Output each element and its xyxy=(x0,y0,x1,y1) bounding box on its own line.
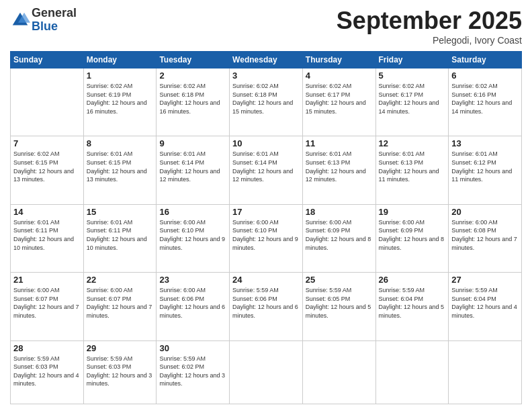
table-row: 9Sunrise: 6:01 AM Sunset: 6:14 PM Daylig… xyxy=(157,136,230,204)
col-saturday: Saturday xyxy=(449,52,522,68)
day-info: Sunrise: 5:59 AM Sunset: 6:04 PM Dayligh… xyxy=(451,286,519,320)
day-info: Sunrise: 6:01 AM Sunset: 6:15 PM Dayligh… xyxy=(87,150,154,183)
day-number: 11 xyxy=(306,138,373,148)
day-info: Sunrise: 6:02 AM Sunset: 6:18 PM Dayligh… xyxy=(232,82,300,116)
day-info: Sunrise: 5:59 AM Sunset: 6:03 PM Dayligh… xyxy=(87,355,154,388)
table-row: 22Sunrise: 6:00 AM Sunset: 6:07 PM Dayli… xyxy=(83,273,157,340)
day-number: 26 xyxy=(379,275,446,285)
day-info: Sunrise: 6:01 AM Sunset: 6:14 PM Dayligh… xyxy=(159,150,226,183)
table-row xyxy=(230,340,303,404)
day-number: 8 xyxy=(87,138,154,148)
col-monday: Monday xyxy=(83,52,157,68)
table-row: 15Sunrise: 6:01 AM Sunset: 6:11 PM Dayli… xyxy=(83,204,157,272)
table-row: 20Sunrise: 6:00 AM Sunset: 6:08 PM Dayli… xyxy=(449,204,522,272)
day-number: 10 xyxy=(232,138,300,148)
month-title: September 2025 xyxy=(337,7,522,35)
day-info: Sunrise: 6:02 AM Sunset: 6:17 PM Dayligh… xyxy=(306,82,373,116)
day-number: 17 xyxy=(232,207,300,217)
day-number: 23 xyxy=(159,275,226,285)
day-info: Sunrise: 6:02 AM Sunset: 6:16 PM Dayligh… xyxy=(451,82,519,116)
title-block: September 2025 Pelegodi, Ivory Coast xyxy=(337,7,522,46)
location-subtitle: Pelegodi, Ivory Coast xyxy=(337,35,522,46)
day-number: 3 xyxy=(232,71,300,81)
logo-icon xyxy=(10,10,30,30)
table-row: 29Sunrise: 5:59 AM Sunset: 6:03 PM Dayli… xyxy=(83,340,157,404)
day-number: 12 xyxy=(379,138,446,148)
table-row xyxy=(11,68,84,136)
table-row: 4Sunrise: 6:02 AM Sunset: 6:17 PM Daylig… xyxy=(302,68,375,136)
table-row: 27Sunrise: 5:59 AM Sunset: 6:04 PM Dayli… xyxy=(449,273,522,340)
day-number: 27 xyxy=(451,275,519,285)
day-number: 30 xyxy=(159,343,226,353)
day-info: Sunrise: 6:00 AM Sunset: 6:10 PM Dayligh… xyxy=(159,218,226,252)
day-info: Sunrise: 6:01 AM Sunset: 6:13 PM Dayligh… xyxy=(306,150,373,183)
table-row: 21Sunrise: 6:00 AM Sunset: 6:07 PM Dayli… xyxy=(11,273,84,340)
day-info: Sunrise: 6:00 AM Sunset: 6:07 PM Dayligh… xyxy=(13,286,81,320)
day-info: Sunrise: 6:01 AM Sunset: 6:11 PM Dayligh… xyxy=(13,218,81,252)
day-number: 25 xyxy=(306,275,373,285)
table-row: 19Sunrise: 6:00 AM Sunset: 6:09 PM Dayli… xyxy=(375,204,449,272)
header: General Blue September 2025 Pelegodi, Iv… xyxy=(10,7,522,46)
table-row: 7Sunrise: 6:02 AM Sunset: 6:15 PM Daylig… xyxy=(11,136,84,204)
table-row: 5Sunrise: 6:02 AM Sunset: 6:17 PM Daylig… xyxy=(375,68,449,136)
day-number: 5 xyxy=(379,71,446,81)
page: General Blue September 2025 Pelegodi, Iv… xyxy=(0,0,532,411)
day-info: Sunrise: 6:02 AM Sunset: 6:18 PM Dayligh… xyxy=(159,82,226,116)
table-row: 25Sunrise: 5:59 AM Sunset: 6:05 PM Dayli… xyxy=(302,273,375,340)
day-number: 28 xyxy=(13,343,81,353)
table-row: 24Sunrise: 5:59 AM Sunset: 6:06 PM Dayli… xyxy=(230,273,303,340)
day-info: Sunrise: 6:00 AM Sunset: 6:09 PM Dayligh… xyxy=(379,218,446,252)
day-number: 20 xyxy=(451,207,519,217)
day-info: Sunrise: 5:59 AM Sunset: 6:06 PM Dayligh… xyxy=(232,286,300,320)
day-info: Sunrise: 6:00 AM Sunset: 6:09 PM Dayligh… xyxy=(306,218,373,252)
calendar-header-row: Sunday Monday Tuesday Wednesday Thursday… xyxy=(11,52,522,68)
col-thursday: Thursday xyxy=(302,52,375,68)
day-number: 14 xyxy=(13,207,81,217)
day-number: 21 xyxy=(13,275,81,285)
table-row: 30Sunrise: 5:59 AM Sunset: 6:02 PM Dayli… xyxy=(157,340,230,404)
table-row: 11Sunrise: 6:01 AM Sunset: 6:13 PM Dayli… xyxy=(302,136,375,204)
logo-text: General Blue xyxy=(32,7,77,34)
table-row: 17Sunrise: 6:00 AM Sunset: 6:10 PM Dayli… xyxy=(230,204,303,272)
day-number: 1 xyxy=(87,71,154,81)
table-row: 23Sunrise: 6:00 AM Sunset: 6:06 PM Dayli… xyxy=(157,273,230,340)
day-number: 4 xyxy=(306,71,373,81)
day-number: 19 xyxy=(379,207,446,217)
day-info: Sunrise: 6:01 AM Sunset: 6:12 PM Dayligh… xyxy=(451,150,519,183)
day-info: Sunrise: 6:00 AM Sunset: 6:10 PM Dayligh… xyxy=(232,218,300,252)
logo-blue: Blue xyxy=(32,20,77,34)
day-info: Sunrise: 5:59 AM Sunset: 6:05 PM Dayligh… xyxy=(306,286,373,320)
day-number: 15 xyxy=(87,207,154,217)
day-info: Sunrise: 6:01 AM Sunset: 6:11 PM Dayligh… xyxy=(87,218,154,252)
col-friday: Friday xyxy=(375,52,449,68)
day-info: Sunrise: 6:01 AM Sunset: 6:13 PM Dayligh… xyxy=(379,150,446,183)
day-number: 24 xyxy=(232,275,300,285)
table-row: 16Sunrise: 6:00 AM Sunset: 6:10 PM Dayli… xyxy=(157,204,230,272)
table-row: 1Sunrise: 6:02 AM Sunset: 6:19 PM Daylig… xyxy=(83,68,157,136)
table-row: 13Sunrise: 6:01 AM Sunset: 6:12 PM Dayli… xyxy=(449,136,522,204)
day-number: 2 xyxy=(159,71,226,81)
logo-general: General xyxy=(32,7,77,20)
day-number: 22 xyxy=(87,275,154,285)
table-row: 8Sunrise: 6:01 AM Sunset: 6:15 PM Daylig… xyxy=(83,136,157,204)
table-row: 2Sunrise: 6:02 AM Sunset: 6:18 PM Daylig… xyxy=(157,68,230,136)
day-number: 16 xyxy=(159,207,226,217)
day-info: Sunrise: 6:02 AM Sunset: 6:19 PM Dayligh… xyxy=(87,82,154,116)
table-row: 12Sunrise: 6:01 AM Sunset: 6:13 PM Dayli… xyxy=(375,136,449,204)
table-row: 18Sunrise: 6:00 AM Sunset: 6:09 PM Dayli… xyxy=(302,204,375,272)
day-info: Sunrise: 6:01 AM Sunset: 6:14 PM Dayligh… xyxy=(232,150,300,183)
day-info: Sunrise: 6:00 AM Sunset: 6:07 PM Dayligh… xyxy=(87,286,154,320)
day-number: 13 xyxy=(451,138,519,148)
day-info: Sunrise: 6:02 AM Sunset: 6:15 PM Dayligh… xyxy=(13,150,81,183)
calendar-table: Sunday Monday Tuesday Wednesday Thursday… xyxy=(10,51,522,404)
day-number: 29 xyxy=(87,343,154,353)
col-sunday: Sunday xyxy=(11,52,84,68)
col-wednesday: Wednesday xyxy=(230,52,303,68)
table-row xyxy=(375,340,449,404)
day-info: Sunrise: 6:00 AM Sunset: 6:06 PM Dayligh… xyxy=(159,286,226,320)
day-info: Sunrise: 6:00 AM Sunset: 6:08 PM Dayligh… xyxy=(451,218,519,252)
day-number: 18 xyxy=(306,207,373,217)
col-tuesday: Tuesday xyxy=(157,52,230,68)
day-info: Sunrise: 5:59 AM Sunset: 6:04 PM Dayligh… xyxy=(379,286,446,320)
day-info: Sunrise: 6:02 AM Sunset: 6:17 PM Dayligh… xyxy=(379,82,446,116)
